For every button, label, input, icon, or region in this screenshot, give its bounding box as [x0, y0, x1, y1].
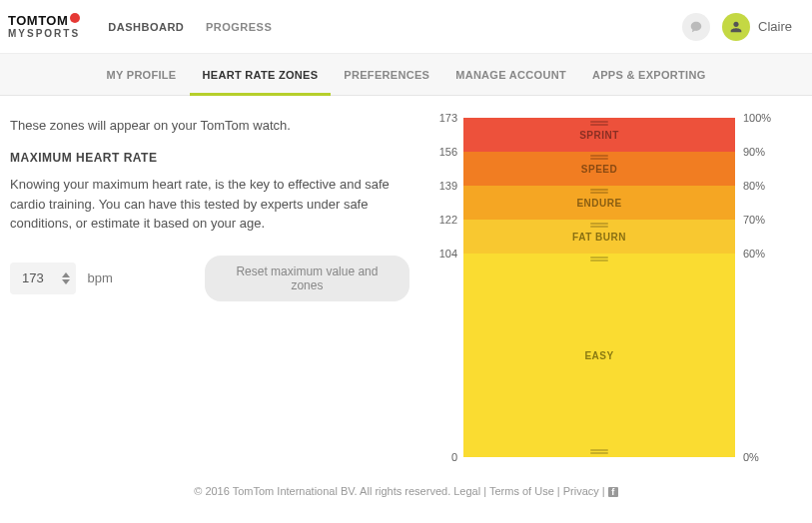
footer-privacy[interactable]: Privacy — [563, 485, 599, 497]
chat-bubble-icon — [689, 20, 703, 34]
stepper-up-icon[interactable] — [62, 272, 70, 277]
hr-zones-chart: 1731561391221040 SPRINTSPEEDENDUREFAT BU… — [429, 118, 779, 457]
axis-left-tick: 0 — [451, 451, 457, 463]
axis-right-tick: 70% — [743, 214, 765, 226]
logo-text-bottom: MYSPORTS — [8, 29, 80, 39]
zone-label: ENDURE — [576, 198, 621, 209]
chart-body: SPRINTSPEEDENDUREFAT BURNEASY — [463, 118, 735, 457]
zone-handle-icon[interactable] — [590, 121, 608, 126]
avatar[interactable] — [722, 13, 750, 41]
axis-right-tick: 60% — [743, 248, 765, 260]
logo[interactable]: TOMTOM MYSPORTS — [8, 14, 80, 39]
footer-legal[interactable]: Legal — [453, 485, 480, 497]
max-hr-description: Knowing your maximum heart rate, is the … — [10, 175, 390, 234]
zone-sprint[interactable]: SPRINT — [463, 118, 735, 152]
axis-left-tick: 156 — [439, 146, 457, 158]
user-name[interactable]: Claire — [758, 19, 792, 34]
zone-speed[interactable]: SPEED — [463, 152, 735, 186]
tab-my-profile[interactable]: MY PROFILE — [93, 55, 189, 95]
axis-right-tick: 100% — [743, 112, 771, 124]
tab-preferences[interactable]: PREFERENCES — [331, 55, 442, 95]
tab-manage-account[interactable]: MANAGE ACCOUNT — [442, 55, 579, 95]
header: TOMTOM MYSPORTS DASHBOARD PROGRESS Clair… — [0, 0, 812, 54]
axis-right-tick: 90% — [743, 146, 765, 158]
intro-text: These zones will appear on your TomTom w… — [10, 118, 409, 133]
nav-dashboard[interactable]: DASHBOARD — [108, 21, 184, 33]
zone-handle-icon[interactable] — [590, 155, 608, 160]
tab-apps-exporting[interactable]: APPS & EXPORTING — [579, 55, 719, 95]
axis-left-tick: 173 — [439, 112, 457, 124]
logo-text-top: TOMTOM — [8, 14, 68, 27]
hr-input-row: bpm Reset maximum value and zones — [10, 256, 409, 301]
footer-copyright: © 2016 TomTom International BV. All righ… — [194, 485, 450, 497]
zone-handle-icon[interactable] — [590, 449, 608, 454]
axis-right-tick: 80% — [743, 180, 765, 192]
max-hr-title: MAXIMUM HEART RATE — [10, 151, 409, 165]
bpm-label: bpm — [88, 270, 113, 285]
logo-top: TOMTOM — [8, 14, 80, 27]
user-icon — [728, 19, 744, 35]
zone-label: EASY — [584, 350, 613, 361]
top-nav: DASHBOARD PROGRESS — [108, 19, 290, 34]
help-button[interactable] — [682, 13, 710, 41]
main-content: These zones will appear on your TomTom w… — [0, 96, 812, 467]
chart-axis-right: 100%90%80%70%60%0% — [735, 118, 773, 457]
zone-endure[interactable]: ENDURE — [463, 186, 735, 220]
axis-right-tick: 0% — [743, 451, 759, 463]
hr-stepper — [62, 272, 70, 284]
left-panel: These zones will appear on your TomTom w… — [10, 118, 409, 457]
axis-left-tick: 122 — [439, 214, 457, 226]
zone-fatburn[interactable]: FAT BURN — [463, 220, 735, 254]
zone-handle-icon[interactable] — [590, 189, 608, 194]
tab-heart-rate-zones[interactable]: HEART RATE ZONES — [190, 55, 332, 95]
zone-easy[interactable]: EASY — [463, 254, 735, 457]
reset-button[interactable]: Reset maximum value and zones — [205, 256, 409, 301]
facebook-icon[interactable]: f — [608, 487, 618, 497]
axis-left-tick: 104 — [439, 248, 457, 260]
zone-label: FAT BURN — [572, 232, 626, 243]
footer: © 2016 TomTom International BV. All righ… — [0, 467, 812, 507]
stepper-down-icon[interactable] — [62, 279, 70, 284]
sub-nav: MY PROFILE HEART RATE ZONES PREFERENCES … — [0, 54, 812, 96]
logo-dot-icon — [70, 13, 80, 23]
axis-left-tick: 139 — [439, 180, 457, 192]
max-hr-input[interactable] — [20, 269, 52, 286]
nav-progress[interactable]: PROGRESS — [206, 21, 272, 33]
hr-input-wrap[interactable] — [10, 262, 76, 294]
zone-label: SPRINT — [579, 130, 619, 141]
zone-handle-icon[interactable] — [590, 223, 608, 228]
chart-axis-left: 1731561391221040 — [429, 118, 463, 457]
zone-label: SPEED — [581, 164, 617, 175]
zone-handle-icon[interactable] — [590, 257, 608, 262]
footer-terms[interactable]: Terms of Use — [489, 485, 554, 497]
